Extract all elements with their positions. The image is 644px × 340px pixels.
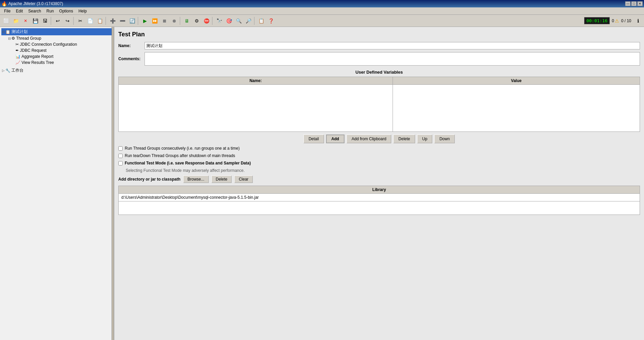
- down-button[interactable]: Down: [434, 135, 455, 143]
- library-table: Library d:\Users\Administrator\Desktop\D…: [118, 186, 640, 215]
- title-bar-buttons: — □ ✕: [625, 1, 643, 6]
- name-label: Name:: [118, 43, 142, 48]
- resize-handle[interactable]: [112, 27, 114, 340]
- toolbar-status[interactable]: ℹ: [633, 16, 643, 26]
- comments-label: Comments:: [118, 56, 142, 61]
- separator-3: [106, 17, 107, 25]
- add-from-clipboard-button[interactable]: Add from Clipboard: [347, 135, 391, 143]
- title-bar-left: 🔥 Apache JMeter (3.0 r1743807): [1, 1, 63, 6]
- restore-button[interactable]: □: [631, 1, 637, 6]
- toolbar-toggle[interactable]: 🔄: [127, 16, 137, 26]
- app-icon: 🔥: [1, 1, 7, 6]
- run-teardown-label: Run tearDown Thread Groups after shutdow…: [125, 153, 235, 158]
- toolbar-run[interactable]: ▶: [140, 16, 150, 26]
- tree-icon-jdbc-request: ✒: [15, 48, 19, 53]
- toolbar-run-no-pause[interactable]: ⏩: [150, 16, 159, 26]
- tree-item-results-tree[interactable]: 📈 View Results Tree: [1, 60, 112, 66]
- menu-help[interactable]: Help: [76, 8, 89, 14]
- menu-edit[interactable]: Edit: [13, 8, 26, 14]
- classpath-delete-button[interactable]: Delete: [211, 176, 232, 183]
- toolbar-add[interactable]: ➕: [108, 16, 117, 26]
- toolbar-shutdown[interactable]: ⏺: [169, 16, 179, 26]
- separator-6: [212, 17, 213, 25]
- toolbar-stop[interactable]: ⏹: [160, 16, 169, 26]
- library-cell-empty: [119, 201, 640, 215]
- left-panel: ⊟ 📋 测试计划 ⊟ ⚙ Thread Group ✂ JDBC Connect…: [0, 27, 114, 340]
- fraction-display: 0 / 10: [621, 18, 631, 23]
- menu-options[interactable]: Options: [56, 8, 76, 14]
- menu-run[interactable]: Run: [44, 8, 56, 14]
- checkbox-run-consecutive: Run Thread Groups consecutively (i.e. ru…: [118, 146, 640, 151]
- variables-table: Name: Value: [118, 77, 640, 132]
- col-value-header: Value: [393, 77, 640, 85]
- toolbar-paste[interactable]: 📋: [95, 16, 105, 26]
- comments-input[interactable]: [145, 52, 640, 66]
- toolbar-new[interactable]: ⬜: [1, 16, 11, 26]
- tree-item-aggregate-report[interactable]: 📊 Aggregate Report: [1, 53, 112, 60]
- tree-item-workbench[interactable]: ▷ 🔧 工作台: [1, 67, 112, 74]
- clear-button[interactable]: Clear: [234, 176, 253, 183]
- close-button[interactable]: ✕: [637, 1, 643, 6]
- functional-test-checkbox[interactable]: [118, 161, 123, 165]
- timer-display: 00:01:16: [584, 17, 610, 24]
- name-input[interactable]: [145, 42, 640, 49]
- toolbar-right: 00:01:16 0 ⚠ 0 / 10 ℹ: [584, 16, 643, 26]
- toolbar-save[interactable]: 💾: [31, 16, 40, 26]
- toolbar-clear[interactable]: 🔭: [214, 16, 224, 26]
- expand-icon-thread-group: ⊟: [8, 37, 11, 40]
- toolbar-list[interactable]: 📋: [256, 16, 266, 26]
- library-row-0: d:\Users\Administrator\Desktop\Document\…: [119, 194, 640, 201]
- run-consecutive-checkbox[interactable]: [118, 146, 123, 151]
- separator-4: [138, 17, 139, 25]
- menu-search[interactable]: Search: [26, 8, 44, 14]
- tree-label-results-tree: View Results Tree: [22, 60, 54, 65]
- window-title: Apache JMeter (3.0 r1743807): [8, 1, 63, 6]
- toolbar-undo[interactable]: ↩: [53, 16, 63, 26]
- right-panel: Test Plan Name: Comments: User Defined V…: [114, 27, 644, 340]
- toolbar-clear-all[interactable]: 🎯: [224, 16, 234, 26]
- toolbar-browse[interactable]: 🔍: [234, 16, 243, 26]
- toolbar-close[interactable]: ✕: [21, 16, 30, 26]
- tree-item-jdbc-config[interactable]: ✂ JDBC Connection Configuration: [1, 41, 112, 47]
- toolbar-remote-start[interactable]: 🖥: [182, 16, 192, 26]
- menu-file[interactable]: File: [1, 8, 13, 14]
- up-button[interactable]: Up: [417, 135, 432, 143]
- tree-label-aggregate-report: Aggregate Report: [22, 54, 53, 59]
- minimize-button[interactable]: —: [625, 1, 631, 6]
- toolbar-cut[interactable]: ✂: [76, 16, 85, 26]
- add-button[interactable]: Add: [326, 135, 345, 143]
- action-buttons-row: Detail Add Add from Clipboard Delete Up …: [118, 135, 640, 143]
- warning-indicator: 0 ⚠: [612, 18, 619, 24]
- toolbar-remote-shutdown[interactable]: ⛔: [202, 16, 211, 26]
- col-name-header: Name:: [119, 77, 393, 85]
- tree-item-test-plan[interactable]: ⊟ 📋 测试计划: [1, 28, 112, 35]
- tree-item-thread-group[interactable]: ⊟ ⚙ Thread Group: [1, 35, 112, 41]
- tree-item-jdbc-request[interactable]: ✒ JDBC Request: [1, 47, 112, 53]
- run-teardown-checkbox[interactable]: [118, 154, 123, 158]
- toolbar-save-as[interactable]: 🖫: [40, 16, 50, 26]
- empty-value-cell: [393, 85, 640, 132]
- toolbar-help[interactable]: ❓: [266, 16, 276, 26]
- toolbar-copy[interactable]: 📄: [85, 16, 95, 26]
- toolbar-remote-stop[interactable]: ⚙: [192, 16, 201, 26]
- toolbar-redo[interactable]: ↪: [63, 16, 72, 26]
- delete-button[interactable]: Delete: [393, 135, 415, 143]
- tree-label-jdbc-request: JDBC Request: [20, 48, 46, 53]
- browse-button[interactable]: Browse...: [183, 176, 209, 183]
- functional-test-label: Functional Test Mode (i.e. save Response…: [125, 161, 251, 165]
- run-consecutive-label: Run Thread Groups consecutively (i.e. ru…: [125, 146, 240, 151]
- menu-bar: File Edit Search Run Options Help: [0, 7, 644, 15]
- toolbar-open[interactable]: 📁: [11, 16, 21, 26]
- checkbox-run-teardown: Run tearDown Thread Groups after shutdow…: [118, 153, 640, 158]
- panel-title: Test Plan: [118, 31, 640, 38]
- detail-button[interactable]: Detail: [304, 135, 324, 143]
- tree-label-thread-group: Thread Group: [16, 36, 41, 41]
- toolbar-search[interactable]: 🔎: [244, 16, 253, 26]
- name-row: Name:: [118, 42, 640, 49]
- table-empty-row: [119, 85, 640, 132]
- tree-label-test-plan: 测试计划: [11, 29, 28, 35]
- library-cell-0: d:\Users\Administrator\Desktop\Document\…: [119, 194, 640, 201]
- tree-icon-results-tree: 📈: [15, 60, 21, 65]
- warning-count: 0: [612, 18, 614, 23]
- toolbar-remove[interactable]: ➖: [118, 16, 127, 26]
